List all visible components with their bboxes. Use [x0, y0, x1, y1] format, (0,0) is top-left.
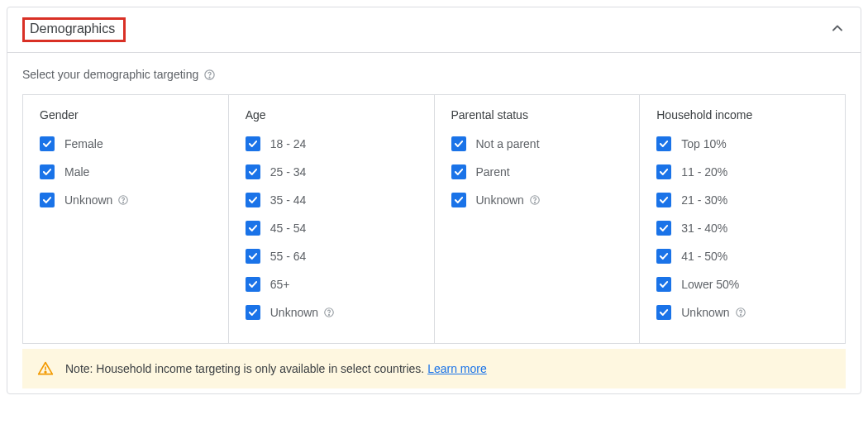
option-label: 65+	[270, 278, 290, 291]
checkbox[interactable]	[656, 193, 671, 207]
checkbox[interactable]	[246, 249, 260, 264]
option-help-icon[interactable]	[735, 307, 746, 318]
column-title-household-income: Household income	[656, 108, 828, 122]
option-row: 21 - 30%	[656, 193, 828, 207]
help-circle-icon	[203, 69, 216, 81]
subtitle-row: Select your demographic targeting	[22, 68, 846, 81]
checkbox[interactable]	[40, 136, 55, 151]
checkbox[interactable]	[656, 305, 671, 320]
option-help-icon[interactable]	[529, 194, 541, 206]
option-row: Unknown	[656, 305, 828, 320]
help-circle-icon	[117, 194, 129, 206]
column-household-income: Household incomeTop 10%11 - 20%21 - 30%3…	[640, 95, 845, 343]
checkbox[interactable]	[246, 164, 260, 179]
checkbox[interactable]	[656, 277, 671, 292]
chevron-up-icon	[829, 20, 846, 36]
checkbox[interactable]	[246, 136, 260, 151]
column-gender: GenderFemaleMaleUnknown	[23, 95, 229, 343]
panel-body: Select your demographic targeting Gender…	[7, 53, 861, 393]
section-title: Demographics	[30, 21, 115, 36]
option-row: 41 - 50%	[656, 249, 828, 264]
checkbox[interactable]	[656, 136, 671, 151]
option-row: 11 - 20%	[656, 164, 828, 179]
checkbox[interactable]	[246, 277, 260, 292]
option-label: Unknown	[681, 306, 746, 319]
option-help-icon[interactable]	[117, 194, 129, 206]
option-row: Not a parent	[451, 136, 623, 151]
subtitle-help-icon[interactable]	[203, 69, 216, 81]
demographics-panel: Demographics Select your demographic tar…	[7, 7, 861, 394]
option-row: Lower 50%	[656, 277, 828, 292]
option-label: 18 - 24	[270, 137, 307, 150]
option-row: 45 - 54	[246, 221, 417, 236]
svg-point-3	[123, 202, 124, 203]
svg-point-4	[325, 308, 334, 317]
option-label: 25 - 34	[270, 165, 307, 179]
checkbox[interactable]	[246, 193, 260, 207]
checkbox[interactable]	[656, 249, 671, 264]
option-label: Unknown	[270, 306, 335, 319]
option-row: Unknown	[40, 193, 212, 207]
option-label: 21 - 30%	[681, 193, 727, 207]
option-row: Female	[40, 136, 212, 151]
note-text: Note: Household income targeting is only…	[65, 362, 487, 375]
svg-point-1	[209, 77, 210, 78]
svg-point-6	[531, 196, 540, 205]
svg-point-9	[740, 314, 741, 315]
option-label: 11 - 20%	[681, 165, 727, 179]
option-label: Unknown	[476, 193, 541, 207]
section-title-highlight: Demographics	[22, 17, 126, 42]
option-label: 55 - 64	[270, 250, 307, 263]
option-help-icon[interactable]	[323, 307, 335, 318]
checkbox[interactable]	[246, 305, 260, 320]
option-label: Parent	[476, 165, 510, 179]
panel-header: Demographics	[7, 7, 861, 53]
checkbox[interactable]	[451, 193, 466, 207]
option-row: Parent	[451, 164, 623, 179]
option-label: Female	[64, 137, 103, 150]
learn-more-link[interactable]: Learn more	[427, 362, 487, 375]
option-label: 41 - 50%	[681, 250, 727, 263]
demographic-columns: GenderFemaleMaleUnknown Age18 - 2425 - 3…	[22, 94, 846, 344]
note-message: Note: Household income targeting is only…	[65, 362, 424, 375]
svg-point-2	[119, 196, 128, 205]
svg-point-0	[205, 69, 214, 79]
option-label: 45 - 54	[270, 222, 307, 235]
svg-point-5	[329, 314, 330, 315]
option-label: Not a parent	[476, 137, 540, 150]
option-row: 31 - 40%	[656, 221, 828, 236]
checkbox[interactable]	[451, 164, 466, 179]
checkbox[interactable]	[40, 193, 55, 207]
help-circle-icon	[735, 307, 746, 318]
column-title-age: Age	[246, 108, 417, 122]
column-title-gender: Gender	[40, 108, 212, 122]
option-row: 55 - 64	[246, 249, 417, 264]
option-row: Male	[40, 164, 212, 179]
column-title-parental-status: Parental status	[451, 108, 623, 122]
svg-point-11	[45, 371, 46, 373]
svg-point-7	[534, 202, 535, 203]
subtitle-text: Select your demographic targeting	[22, 68, 198, 81]
option-row: Unknown	[246, 305, 417, 320]
checkbox[interactable]	[656, 221, 671, 236]
option-label: 35 - 44	[270, 193, 307, 207]
svg-point-8	[736, 308, 745, 317]
option-label: Unknown	[64, 193, 129, 207]
option-label: Male	[64, 165, 89, 179]
checkbox[interactable]	[40, 164, 55, 179]
checkbox[interactable]	[246, 221, 260, 236]
help-circle-icon	[529, 194, 541, 206]
option-label: 31 - 40%	[681, 222, 727, 235]
checkbox[interactable]	[451, 136, 466, 151]
collapse-toggle[interactable]	[829, 20, 846, 40]
option-row: 65+	[246, 277, 417, 292]
checkbox[interactable]	[656, 164, 671, 179]
option-row: 18 - 24	[246, 136, 417, 151]
column-age: Age18 - 2425 - 3435 - 4445 - 5455 - 6465…	[229, 95, 435, 343]
note-bar: Note: Household income targeting is only…	[22, 349, 846, 388]
warning-icon	[37, 360, 54, 377]
column-parental-status: Parental statusNot a parentParentUnknown	[435, 95, 641, 343]
option-row: 35 - 44	[246, 193, 417, 207]
help-circle-icon	[323, 307, 335, 318]
option-row: Unknown	[451, 193, 623, 207]
